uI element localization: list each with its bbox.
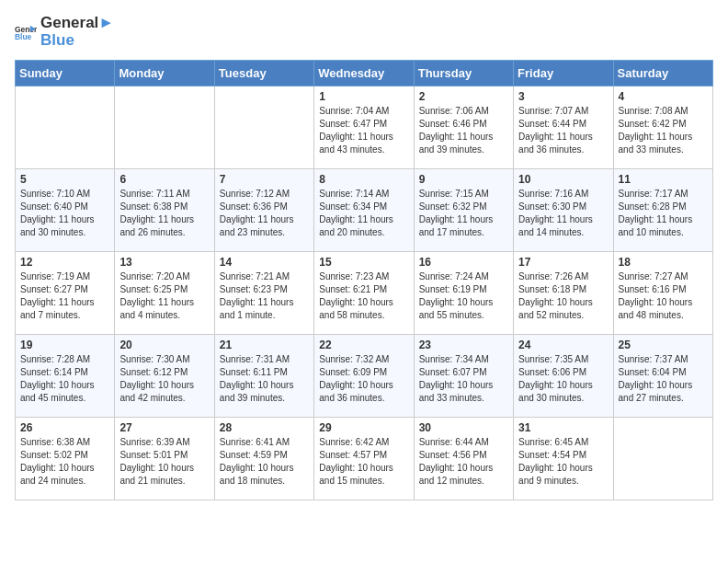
calendar-cell: 24Sunrise: 7:35 AM Sunset: 6:06 PM Dayli… — [514, 335, 613, 418]
calendar-cell: 9Sunrise: 7:15 AM Sunset: 6:32 PM Daylig… — [414, 169, 513, 252]
day-info: Sunrise: 7:32 AM Sunset: 6:09 PM Dayligh… — [319, 353, 408, 405]
logo: General Blue General► Blue — [15, 15, 114, 49]
calendar-week-4: 19Sunrise: 7:28 AM Sunset: 6:14 PM Dayli… — [16, 335, 713, 418]
day-number: 3 — [518, 90, 608, 103]
day-info: Sunrise: 7:37 AM Sunset: 6:04 PM Dayligh… — [619, 353, 708, 405]
calendar-week-1: 1Sunrise: 7:04 AM Sunset: 6:47 PM Daylig… — [16, 86, 713, 169]
day-number: 24 — [518, 339, 608, 351]
day-number: 19 — [20, 339, 109, 351]
day-number: 29 — [319, 421, 408, 434]
calendar-cell — [214, 86, 313, 169]
calendar-cell: 30Sunrise: 6:44 AM Sunset: 4:56 PM Dayli… — [414, 418, 513, 500]
day-number: 8 — [319, 173, 408, 186]
calendar-cell: 19Sunrise: 7:28 AM Sunset: 6:14 PM Dayli… — [16, 335, 115, 418]
day-number: 9 — [419, 173, 508, 186]
weekday-header-thursday: Thursday — [414, 61, 513, 86]
calendar-cell — [16, 86, 115, 169]
day-number: 26 — [20, 421, 109, 434]
page-header: General Blue General► Blue — [15, 15, 713, 49]
day-info: Sunrise: 7:19 AM Sunset: 6:27 PM Dayligh… — [20, 270, 109, 322]
day-info: Sunrise: 7:24 AM Sunset: 6:19 PM Dayligh… — [419, 270, 508, 322]
day-number: 1 — [319, 90, 408, 103]
calendar-cell: 27Sunrise: 6:39 AM Sunset: 5:01 PM Dayli… — [115, 418, 214, 500]
day-number: 16 — [419, 256, 508, 269]
day-info: Sunrise: 7:30 AM Sunset: 6:12 PM Dayligh… — [119, 353, 209, 405]
day-number: 12 — [20, 256, 109, 269]
calendar-cell: 3Sunrise: 7:07 AM Sunset: 6:44 PM Daylig… — [514, 86, 613, 169]
calendar-cell: 4Sunrise: 7:08 AM Sunset: 6:42 PM Daylig… — [613, 86, 712, 169]
day-number: 22 — [319, 339, 408, 351]
weekday-header-monday: Monday — [115, 61, 214, 86]
calendar-cell: 29Sunrise: 6:42 AM Sunset: 4:57 PM Dayli… — [314, 418, 414, 500]
calendar-week-3: 12Sunrise: 7:19 AM Sunset: 6:27 PM Dayli… — [16, 252, 713, 335]
weekday-header-saturday: Saturday — [613, 61, 712, 86]
day-info: Sunrise: 7:14 AM Sunset: 6:34 PM Dayligh… — [319, 188, 408, 239]
day-info: Sunrise: 7:31 AM Sunset: 6:11 PM Dayligh… — [220, 353, 309, 405]
day-info: Sunrise: 6:41 AM Sunset: 4:59 PM Dayligh… — [220, 436, 309, 488]
calendar-cell: 6Sunrise: 7:11 AM Sunset: 6:38 PM Daylig… — [115, 169, 214, 252]
calendar-cell: 23Sunrise: 7:34 AM Sunset: 6:07 PM Dayli… — [414, 335, 513, 418]
day-number: 21 — [220, 339, 309, 351]
day-number: 25 — [619, 339, 708, 351]
calendar-cell: 16Sunrise: 7:24 AM Sunset: 6:19 PM Dayli… — [414, 252, 513, 335]
day-number: 6 — [119, 173, 209, 186]
calendar-cell: 15Sunrise: 7:23 AM Sunset: 6:21 PM Dayli… — [314, 252, 414, 335]
logo-blue: Blue — [40, 32, 114, 50]
day-info: Sunrise: 7:27 AM Sunset: 6:16 PM Dayligh… — [619, 270, 708, 322]
day-number: 4 — [619, 90, 708, 103]
calendar-cell: 20Sunrise: 7:30 AM Sunset: 6:12 PM Dayli… — [115, 335, 214, 418]
day-number: 2 — [419, 90, 508, 103]
calendar-cell: 25Sunrise: 7:37 AM Sunset: 6:04 PM Dayli… — [613, 335, 712, 418]
calendar-cell — [115, 86, 214, 169]
day-info: Sunrise: 7:10 AM Sunset: 6:40 PM Dayligh… — [20, 188, 109, 239]
day-number: 20 — [119, 339, 209, 351]
calendar-cell: 5Sunrise: 7:10 AM Sunset: 6:40 PM Daylig… — [16, 169, 115, 252]
calendar-week-5: 26Sunrise: 6:38 AM Sunset: 5:02 PM Dayli… — [16, 418, 713, 500]
day-info: Sunrise: 6:39 AM Sunset: 5:01 PM Dayligh… — [119, 436, 209, 488]
day-number: 11 — [619, 173, 708, 186]
calendar-cell: 12Sunrise: 7:19 AM Sunset: 6:27 PM Dayli… — [16, 252, 115, 335]
calendar-cell: 28Sunrise: 6:41 AM Sunset: 4:59 PM Dayli… — [214, 418, 313, 500]
day-number: 31 — [518, 421, 608, 434]
calendar-cell: 10Sunrise: 7:16 AM Sunset: 6:30 PM Dayli… — [514, 169, 613, 252]
day-info: Sunrise: 7:15 AM Sunset: 6:32 PM Dayligh… — [419, 188, 508, 239]
day-info: Sunrise: 7:21 AM Sunset: 6:23 PM Dayligh… — [220, 270, 309, 322]
calendar-cell: 11Sunrise: 7:17 AM Sunset: 6:28 PM Dayli… — [613, 169, 712, 252]
day-info: Sunrise: 7:34 AM Sunset: 6:07 PM Dayligh… — [419, 353, 508, 405]
day-info: Sunrise: 7:16 AM Sunset: 6:30 PM Dayligh… — [518, 188, 608, 239]
logo-icon: General Blue — [15, 21, 37, 43]
calendar-cell: 7Sunrise: 7:12 AM Sunset: 6:36 PM Daylig… — [214, 169, 313, 252]
day-number: 7 — [220, 173, 309, 186]
calendar-cell — [613, 418, 712, 500]
calendar-week-2: 5Sunrise: 7:10 AM Sunset: 6:40 PM Daylig… — [16, 169, 713, 252]
day-number: 27 — [119, 421, 209, 434]
day-info: Sunrise: 7:20 AM Sunset: 6:25 PM Dayligh… — [119, 270, 209, 322]
calendar-cell: 22Sunrise: 7:32 AM Sunset: 6:09 PM Dayli… — [314, 335, 414, 418]
day-info: Sunrise: 7:26 AM Sunset: 6:18 PM Dayligh… — [518, 270, 608, 322]
day-number: 13 — [119, 256, 209, 269]
day-info: Sunrise: 7:35 AM Sunset: 6:06 PM Dayligh… — [518, 353, 608, 405]
calendar-header-row: SundayMondayTuesdayWednesdayThursdayFrid… — [16, 61, 713, 86]
day-info: Sunrise: 7:07 AM Sunset: 6:44 PM Dayligh… — [518, 105, 608, 156]
day-number: 10 — [518, 173, 608, 186]
day-info: Sunrise: 6:42 AM Sunset: 4:57 PM Dayligh… — [319, 436, 408, 488]
logo-general: General► — [40, 15, 114, 32]
calendar-cell: 14Sunrise: 7:21 AM Sunset: 6:23 PM Dayli… — [214, 252, 313, 335]
calendar-cell: 31Sunrise: 6:45 AM Sunset: 4:54 PM Dayli… — [514, 418, 613, 500]
weekday-header-friday: Friday — [514, 61, 613, 86]
svg-text:Blue: Blue — [15, 32, 32, 41]
calendar-cell: 21Sunrise: 7:31 AM Sunset: 6:11 PM Dayli… — [214, 335, 313, 418]
day-info: Sunrise: 6:38 AM Sunset: 5:02 PM Dayligh… — [20, 436, 109, 488]
day-info: Sunrise: 6:45 AM Sunset: 4:54 PM Dayligh… — [518, 436, 608, 488]
day-info: Sunrise: 7:17 AM Sunset: 6:28 PM Dayligh… — [619, 188, 708, 239]
weekday-header-wednesday: Wednesday — [314, 61, 414, 86]
day-number: 15 — [319, 256, 408, 269]
day-number: 14 — [220, 256, 309, 269]
day-info: Sunrise: 7:06 AM Sunset: 6:46 PM Dayligh… — [419, 105, 508, 156]
day-info: Sunrise: 7:11 AM Sunset: 6:38 PM Dayligh… — [119, 188, 209, 239]
calendar-cell: 26Sunrise: 6:38 AM Sunset: 5:02 PM Dayli… — [16, 418, 115, 500]
calendar-cell: 1Sunrise: 7:04 AM Sunset: 6:47 PM Daylig… — [314, 86, 414, 169]
day-info: Sunrise: 7:04 AM Sunset: 6:47 PM Dayligh… — [319, 105, 408, 156]
calendar-table: SundayMondayTuesdayWednesdayThursdayFrid… — [15, 60, 713, 500]
day-number: 30 — [419, 421, 508, 434]
